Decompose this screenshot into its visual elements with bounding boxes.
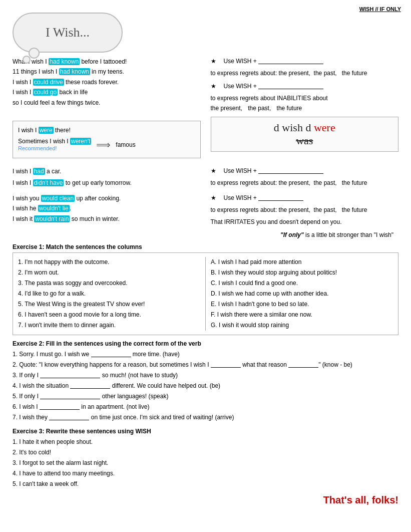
mid-line1: I wish I had a car. (13, 166, 201, 176)
exercise1-left: 1. I'm not happy with the outcome. 2. I'… (18, 257, 206, 331)
highlight-could-drive: could drive (33, 79, 64, 86)
exercise1-box: 1. I'm not happy with the outcome. 2. I'… (13, 252, 398, 335)
highlight-wouldnt-rain: wouldn't rain (34, 215, 70, 222)
right-block2-abilities: to express regrets about INABILITIES abo… (211, 93, 399, 103)
exercise2-section: Exercise 2: Fill in the sentences using … (13, 340, 398, 423)
ex2-line3: 3. If only I so much! (not have to study… (13, 370, 398, 381)
wish-cloud: I Wish... (13, 13, 123, 53)
recommended-label: Recommended! (18, 145, 57, 151)
ex2-line7: 7. I wish they on time just once. I'm si… (13, 412, 398, 423)
intro-line-5: so I could feel a few things twice. (13, 98, 201, 108)
intro-line-2: 11 things I wish I had known in my teens… (13, 67, 201, 77)
lines2-section: I wish you would clean up after cooking.… (13, 193, 398, 227)
exercise2-lines: 1. Sorry. I must go. I wish we more time… (13, 349, 398, 423)
arrow-row: Sometimes I wish I weren't Recommended! … (18, 138, 195, 152)
page-title: WISH // IF ONLY (359, 6, 401, 12)
handwriting-were: were (314, 121, 335, 134)
intro-left: What I wish I had known before I tattooe… (13, 57, 206, 114)
ex1-right-a: A. I wish I had paid more attention (211, 257, 393, 268)
intro-line-1: What I wish I had known before I tattooe… (13, 57, 201, 67)
exercise1-right: A. I wish I had paid more attention B. I… (206, 257, 393, 331)
exercise3-section: Exercise 3: Rewrite these sentences usin… (13, 428, 398, 489)
right-block1-express: to express regrets about: the present, t… (211, 68, 399, 78)
right-block2-star: ★ Use WISH + (211, 82, 399, 91)
exercise3-lines: 1. I hate it when people shout. 2. It's … (13, 437, 398, 489)
highlight-had: had (33, 168, 45, 175)
lines2-line3: I wish it wouldn't rain so much in winte… (13, 214, 201, 224)
highlight-wouldnt-lie: wouldn't lie (38, 205, 70, 212)
ex1-right-d: D. I wish we had come up with another id… (211, 289, 393, 299)
lines2-line2: I wish he wouldn't lie. (13, 203, 201, 213)
right-block2-ppf: the present, the past, the future (211, 103, 399, 113)
ex2-line1: 1. Sorry. I must go. I wish we more time… (13, 349, 398, 360)
exercise2-header: Exercise 2: Fill in the sentences using … (13, 340, 398, 347)
ex3-line4: 4. I have to attend too many meetings. (13, 468, 398, 479)
ex1-left-5: 5. The West Wing is the greatest TV show… (18, 299, 200, 310)
ex1-right-g: G. I wish it would stop raining (211, 320, 393, 331)
ex3-line5: 5. I can't take a week off. (13, 479, 398, 489)
ex3-line2: 2. It's too cold! (13, 447, 398, 458)
exercise3-header: Exercise 3: Rewrite these sentences usin… (13, 428, 398, 435)
ex2-line4: 4. I wish the situation different. We co… (13, 381, 398, 391)
ex1-left-6: 6. I haven't seen a good movie for a lon… (18, 310, 200, 320)
sometimes-line: Sometimes I wish I weren't Recommended! (18, 138, 91, 152)
lines2-right-star: ★ Use WISH + (211, 193, 399, 203)
highlight-had-known-1: had known (49, 58, 80, 65)
highlight-were: were (39, 127, 54, 134)
intro-line-3: I wish I could drive these roads forever… (13, 77, 201, 87)
lines2-line1: I wish you would clean up after cooking. (13, 193, 201, 203)
if-only-note: "If only" is a little bit stronger than … (13, 231, 398, 238)
exercise1-cols: 1. I'm not happy with the outcome. 2. I'… (18, 257, 393, 331)
handwriting-prefix: d wish d (274, 121, 314, 134)
mid-right-express: to express regrets about: the present, t… (211, 178, 399, 188)
exercise1-section: Exercise 1: Match the sentences the colu… (13, 243, 398, 335)
irritates-line: That IRRITATES you and doesn't depend on… (211, 217, 399, 227)
ex1-left-3: 3. The pasta was soggy and overcooked. (18, 278, 200, 289)
ex3-line3: 3. I forgot to set the alarm last night. (13, 458, 398, 468)
ex1-left-4: 4. I'd like to go for a walk. (18, 289, 200, 299)
ex2-line2: 2. Quote: "I know everything happens for… (13, 360, 398, 370)
gray-line1: I wish I were there! (18, 125, 195, 136)
mid-line2: I wish I didn't have to get up early tom… (13, 178, 201, 188)
lines2-left: I wish you would clean up after cooking.… (13, 193, 206, 227)
highlight-didnt-have: didn't have (33, 179, 64, 186)
gray-box: I wish I were there! Sometimes I wish I … (13, 121, 201, 159)
highlight-would-clean: would clean (41, 195, 75, 202)
arrow-icon: ⟹ (96, 139, 111, 151)
gray-box-right: d wish d were was (206, 117, 399, 163)
ex3-line1: 1. I hate it when people shout. (13, 437, 398, 447)
mid-left: I wish I had a car. I wish I didn't have… (13, 166, 206, 189)
lines2-right: ★ Use WISH + to express regrets about: t… (206, 193, 399, 227)
intro-line-4: I wish I could go back in life (13, 87, 201, 97)
handwriting-display: d wish d were was (211, 117, 399, 152)
highlight-could-go: could go (33, 89, 58, 96)
lines2-right-express: to express regrets about: the present, t… (211, 205, 399, 215)
cloud-text: I Wish... (46, 25, 90, 40)
handwriting-was: was (296, 134, 313, 147)
highlight-werent: weren't (70, 138, 91, 145)
ex1-right-b: B. I wish they would stop arguing about … (211, 268, 393, 278)
mid-right: ★ Use WISH + to express regrets about: t… (206, 166, 399, 189)
mid-section: I wish I had a car. I wish I didn't have… (13, 166, 398, 189)
ex1-left-2: 2. I'm worn out. (18, 268, 200, 278)
right-block1-star: ★ Use WISH + (211, 57, 399, 66)
ex1-right-e: E. I wish I hadn't gone to bed so late. (211, 299, 393, 310)
exercise1-header: Exercise 1: Match the sentences the colu… (13, 243, 398, 250)
highlight-had-known-2: had known (59, 68, 90, 75)
footer-text: That's all, folks! (13, 494, 398, 506)
intro-section: What I wish I had known before I tattooe… (13, 57, 398, 114)
gray-box-left: I wish I were there! Sometimes I wish I … (13, 117, 206, 163)
ex2-line6: 6. I wish I in an apartment. (not live) (13, 402, 398, 412)
ex1-left-7: 7. I won't invite them to dinner again. (18, 320, 200, 331)
ex1-right-f: F. I wish there were a similar one now. (211, 310, 393, 320)
ex1-right-c: C. I wish I could find a good one. (211, 278, 393, 289)
intro-right: ★ Use WISH + to express regrets about: t… (206, 57, 399, 114)
famous-label: famous (116, 141, 135, 148)
mid-right-star: ★ Use WISH + (211, 166, 399, 176)
gray-box-section: I wish I were there! Sometimes I wish I … (13, 117, 398, 163)
ex1-left-1: 1. I'm not happy with the outcome. (18, 257, 200, 268)
ex2-line5: 5. If only I other languages! (speak) (13, 391, 398, 402)
